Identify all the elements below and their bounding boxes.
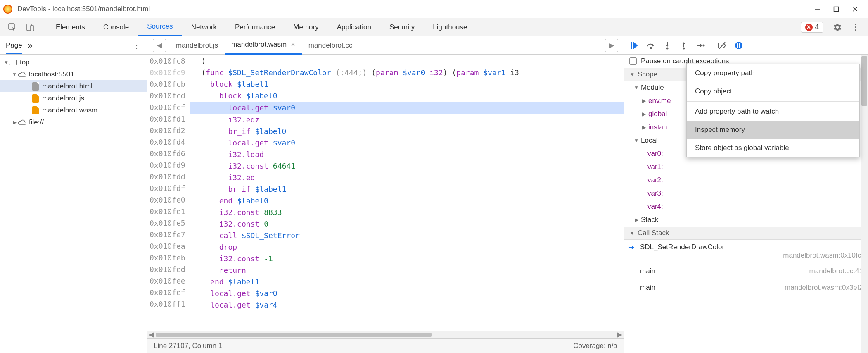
scope-key: var1: <box>647 163 663 171</box>
callstack-frame[interactable]: ➔ SDL_SetRenderDrawColor mandelbrot.wasm… <box>624 240 868 263</box>
kebab-menu-icon[interactable] <box>847 23 865 32</box>
step-out-button[interactable] <box>678 40 690 51</box>
frame-name: main <box>640 267 655 275</box>
tab-memory[interactable]: Memory <box>284 18 327 36</box>
editor-tab[interactable]: mandelbrot.js <box>169 36 225 55</box>
scope-item[interactable]: var2: <box>624 174 868 187</box>
horizontal-scrollbar[interactable]: ◀ ▶ <box>147 331 624 338</box>
editor-tab[interactable]: mandelbrot.wasm× <box>225 36 302 55</box>
tree-file-scheme[interactable]: ▶ file:// <box>0 116 147 128</box>
tree-file[interactable]: mandelbrot.html <box>0 80 147 92</box>
scope-key: var2: <box>647 176 663 184</box>
window-maximize-button[interactable] <box>827 2 846 16</box>
tree-label: mandelbrot.wasm <box>42 106 97 114</box>
window-icon <box>9 60 17 65</box>
chevron-down-icon: ▼ <box>3 60 9 65</box>
editor-tab[interactable]: mandelbrot.cc <box>302 36 359 55</box>
context-menu: Copy property path Copy object Add prope… <box>686 64 860 157</box>
code-lines[interactable]: ) (func $SDL_SetRenderDrawColor (;444;) … <box>190 55 624 331</box>
settings-gear-icon[interactable] <box>828 23 847 32</box>
step-over-button[interactable] <box>645 40 657 51</box>
callstack-frame[interactable]: main mandelbrot.wasm:0x3ef2 <box>624 279 868 296</box>
callstack-section-header[interactable]: ▼ Call Stack <box>624 227 868 240</box>
error-count: 4 <box>815 23 819 31</box>
vertical-scrollbar[interactable] <box>861 55 868 353</box>
navigator-panel: Page » ⋮ ▼ top ▼ localhost:5501 mandelbr… <box>0 36 147 353</box>
tab-performance[interactable]: Performance <box>226 18 284 36</box>
tree-file[interactable]: mandelbrot.js <box>0 92 147 104</box>
section-title: Scope <box>638 70 657 79</box>
cursor-position: Line 27107, Column 1 <box>154 342 222 350</box>
step-button[interactable] <box>695 40 706 51</box>
cloud-icon <box>17 119 27 126</box>
editor-tab-label: mandelbrot.js <box>176 41 218 50</box>
nav-forward-icon[interactable]: ▶ <box>605 39 618 52</box>
tab-network[interactable]: Network <box>182 18 226 36</box>
navigator-tab-page[interactable]: Page <box>6 41 22 54</box>
navigator-header: Page » ⋮ <box>0 36 147 55</box>
tree-label: file:// <box>29 118 44 126</box>
tab-lighthouse[interactable]: Lighthouse <box>424 18 476 36</box>
context-menu-item[interactable]: Add property path to watch <box>687 103 859 121</box>
debugger-toolbar <box>624 36 868 55</box>
tab-security[interactable]: Security <box>380 18 424 36</box>
pause-on-exceptions-button[interactable] <box>733 40 745 51</box>
window-close-button[interactable] <box>846 2 865 16</box>
code-editor[interactable]: 0x010fc80x010fc90x010fcb0x010fcd0x010fcf… <box>147 55 624 331</box>
callstack-frame[interactable]: main mandelbrot.cc:41 <box>624 263 868 279</box>
context-menu-item[interactable]: Copy property path <box>687 64 859 82</box>
svg-point-16 <box>703 44 705 46</box>
coverage-status: Coverage: n/a <box>573 342 617 350</box>
scope-key: global <box>648 110 667 118</box>
svg-point-14 <box>683 47 685 49</box>
tree-top-frame[interactable]: ▼ top <box>0 56 147 68</box>
chevron-right-icon: ▶ <box>641 98 647 104</box>
chevron-right-icon: ▶ <box>641 124 647 130</box>
close-tab-icon[interactable]: × <box>291 41 295 49</box>
tab-console[interactable]: Console <box>94 18 138 36</box>
navigator-kebab-icon[interactable]: ⋮ <box>133 41 141 50</box>
step-into-button[interactable] <box>662 40 673 51</box>
context-menu-item[interactable]: Copy object <box>687 82 859 100</box>
tab-elements[interactable]: Elements <box>47 18 94 36</box>
divider <box>711 41 711 50</box>
deactivate-breakpoints-button[interactable] <box>716 40 728 51</box>
svg-point-8 <box>855 26 856 28</box>
devtools-favicon <box>3 5 12 14</box>
editor-tabstrip: ◀ mandelbrot.js mandelbrot.wasm× mandelb… <box>147 36 624 55</box>
scope-item[interactable]: var4: <box>624 200 868 213</box>
navigator-tabs-overflow-icon[interactable]: » <box>28 41 33 50</box>
window-minimize-button[interactable] <box>808 2 827 16</box>
scope-label: Local <box>641 136 658 145</box>
tree-label: top <box>20 58 30 67</box>
svg-point-18 <box>735 42 742 49</box>
tree-file[interactable]: mandelbrot.wasm <box>0 104 147 116</box>
scope-item[interactable]: var1: <box>624 160 868 174</box>
file-icon <box>32 94 39 103</box>
svg-point-9 <box>855 29 856 31</box>
frame-name: main <box>640 284 655 292</box>
scope-item[interactable]: var3: <box>624 187 868 200</box>
scope-label: Stack <box>641 216 659 224</box>
editor-tab-label: mandelbrot.cc <box>308 41 353 50</box>
nav-back-icon[interactable]: ◀ <box>153 39 166 52</box>
tree-label: mandelbrot.html <box>42 82 92 91</box>
context-menu-item[interactable]: Inspect memory <box>687 121 859 139</box>
device-toolbar-icon[interactable] <box>21 23 40 32</box>
window-title: DevTools - localhost:5501/mandelbrot.htm… <box>17 5 808 13</box>
chevron-down-icon: ▼ <box>633 85 639 91</box>
checkbox[interactable] <box>629 57 637 65</box>
inspect-element-icon[interactable] <box>3 23 21 32</box>
error-counter[interactable]: ✕ 4 <box>801 22 823 33</box>
tree-label: localhost:5501 <box>29 70 74 79</box>
tab-application[interactable]: Application <box>328 18 380 36</box>
frame-location: mandelbrot.wasm:0x10fcf <box>783 251 863 260</box>
tree-label: mandelbrot.js <box>42 94 84 103</box>
resume-button[interactable] <box>628 40 640 51</box>
debugger-panel: Pause on caught exceptions ▼ Scope ▼Modu… <box>624 36 868 353</box>
scope-key: var3: <box>647 189 663 198</box>
scope-stack[interactable]: ▶Stack <box>624 213 868 227</box>
tree-origin[interactable]: ▼ localhost:5501 <box>0 68 147 80</box>
tab-sources[interactable]: Sources <box>138 18 182 36</box>
context-menu-item[interactable]: Store object as global variable <box>687 139 859 157</box>
